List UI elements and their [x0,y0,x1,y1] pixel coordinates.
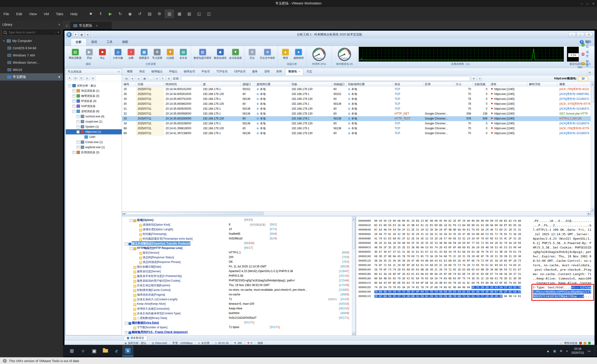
taskbar-file-explorer[interactable] [100,345,111,356]
snapshot-take-icon[interactable]: ◉ [126,10,134,18]
play-icon[interactable]: ▶ [106,10,115,18]
decode-row[interactable]: −选项[Option][56/10] [122,218,352,223]
tab-数据包[interactable]: 数据包× [285,68,303,75]
ribbon-tab-系统[interactable]: 系统 [86,39,102,46]
node-item[interactable]: +IP浏览器 (4) [66,98,122,103]
tab-IP会话[interactable]: IP会话 [198,68,213,75]
column-header-实际负载[interactable]: 实际负载 [473,82,489,87]
decode-row[interactable]: 管理持久连接[Connection]Keep-Alive[462/10] [122,307,352,311]
expander-icon[interactable]: + [72,95,75,97]
tab-UDP会话[interactable]: UDP会话 [231,68,249,75]
taskbar-task-view[interactable]: ▣ [89,345,100,356]
taskbar-clock[interactable]: 20:16 2025/7/11 [571,347,584,355]
expander-icon[interactable]: − [125,322,128,325]
node-item[interactable]: +协议浏览器 (1) [66,88,122,93]
ribbon-button-objects[interactable]: ◎分析对象 [112,48,124,60]
packet-row[interactable]: 302025/07/1120:14:35.850862000192.168.17… [122,102,591,106]
show-desktop-button[interactable] [594,345,596,356]
expander-icon[interactable]: + [72,105,75,108]
ribbon-button-stop[interactable]: ■停止 [96,48,109,60]
decode-row[interactable]: 服务器信息[Server]Apache/2.4.23 (Win32) OpenS… [122,269,352,274]
node-item[interactable]: +应用浏览器 (3) [66,150,122,155]
expander-icon[interactable]: + [77,125,79,128]
hex-row[interactable]: 00000020B3 01 00 50 E3 18 46 25 9B 01 01… [356,223,594,228]
close-icon[interactable]: ✕ [592,2,595,5]
packet-table-hscrollbar[interactable]: ◀ ▶ [122,211,591,215]
column-header-概要[interactable]: 概要 [558,82,591,87]
library-root-node[interactable]: ▼ My Computer [0,37,63,44]
expander-icon[interactable]: + [77,120,79,123]
tab-概要[interactable]: 概要 [124,68,136,75]
node-item[interactable]: 1340 [66,135,122,140]
expander-icon[interactable]: − [125,242,128,245]
node-item[interactable]: −进程浏览器 (6) [66,109,122,114]
library-search[interactable]: ▼ [2,29,61,35]
node-item[interactable]: +svchost.exe (4) [66,114,122,119]
hex-row[interactable]: 000000406C A3 48 54 54 50 2F 31 2E 31 20… [356,228,594,232]
expander-icon[interactable]: − [130,247,133,250]
menu-help[interactable]: Help [67,12,81,16]
column-header-进程[interactable]: 进程 [489,82,527,87]
ribbon-button-log[interactable]: ≣日志 [246,48,258,60]
menu-edit[interactable]: Edit [13,12,26,16]
expander-icon[interactable]: + [72,151,75,154]
decode-row[interactable]: 服务器开发软件信息[X-Powered-By]PHP/5.5.38[191/10… [122,274,352,279]
column-header-源地理位置[interactable]: 源地理位置 [255,82,290,87]
decode-scrollbar[interactable]: ▲ ▼ [352,217,356,335]
column-header-协议[interactable]: 协议 [393,82,423,87]
column-header-目标[interactable]: 目标 [290,82,332,87]
decode-row[interactable]: 实体主体的媒体类型[Content-Type]text/html[488/9] [122,311,352,316]
ribbon-button-threat-intel[interactable]: ●威胁情报 [292,48,305,60]
node-item[interactable]: +csupd.exe (1) [66,119,122,124]
packet-row[interactable]: 332025/07/1120:14:35.853283000192.168.17… [122,116,591,121]
ribbon-button-conversation-filter[interactable]: ▼会话筛选器 [228,48,243,60]
decode-row[interactable]: −超文本传输协议[Hypertext Transfer Protocol][66… [122,242,352,246]
settings-icon[interactable]: ≣ [90,76,95,80]
collapse-icon[interactable]: ⊟ [79,76,84,80]
close-icon[interactable]: ✕ [585,32,593,37]
menu-view[interactable]: View [26,12,40,16]
tab-日志[interactable]: 日志 [303,68,315,75]
hex-row[interactable]: 0000014074 6F 72 65 2C 20 6E 6F 2D 63 61… [356,263,594,267]
columns-icon[interactable]: ▦ [142,76,147,81]
expander-icon[interactable]: + [77,146,79,149]
expander-icon[interactable]: − [130,219,133,222]
expand-icon[interactable]: ⊞ [73,76,78,80]
search-minus-icon[interactable]: ⊖ [477,76,482,81]
library-vm-item[interactable]: Windows 7 x64 [0,52,63,59]
decode-row[interactable]: 状态码描述[Response Phrase]OK[79/2] [122,260,352,265]
cache-button-1[interactable]: ▲导出 [581,41,591,49]
library-search-input[interactable] [8,30,54,34]
hex-row[interactable]: 0000010068 3D 2F 0D 0A 45 78 70 69 72 65… [356,254,594,259]
ribbon-button-alarm[interactable]: ▲警报 [279,48,292,60]
unity-icon[interactable]: ◫ [204,10,213,18]
snapshot-manager-icon[interactable]: ▤ [145,10,154,18]
tab-进程[interactable]: 进程 [261,68,273,75]
stop-icon[interactable]: ■ [86,10,95,18]
ribbon-button-diagnosis[interactable]: +诊断 [125,48,137,60]
decode-row[interactable]: 版本[Version]HTTP/1.1[66/8] [122,251,352,255]
tab-物理端点[interactable]: 物理端点 [148,68,166,75]
close-tab-icon[interactable]: × [96,24,98,28]
column-header-应用[interactable]: 应用 [423,82,454,87]
expander-icon[interactable]: + [72,100,75,103]
library-vm-item[interactable]: Win10 [0,66,63,73]
decode-row[interactable]: 报文创建日期[Date]Fri, 11 Jul 2025 12:14:35 GM… [122,265,352,269]
close-tab-icon[interactable]: × [298,70,300,73]
chevron-down-icon[interactable]: ▼ [55,31,59,34]
expander-icon[interactable]: − [77,130,79,134]
options-icon[interactable]: ≣ [166,76,171,81]
search-plus-icon[interactable]: ⊕ [471,76,476,81]
settings-icon[interactable]: ≣ [85,32,90,37]
network-icon[interactable]: ≋ [560,349,563,353]
column-header-目标地理位置[interactable]: 目标地理位置 [346,82,393,87]
tab-服务[interactable]: 服务 [249,68,261,75]
volume-icon[interactable]: ◖ [566,349,568,353]
hex-row[interactable]: 000001A00D 0A 4B 65 65 70 2D 41 6C 69 76… [356,276,594,281]
ribbon-button-filter[interactable]: ▼过滤器 [164,48,177,60]
save-icon[interactable]: ▼ [73,32,78,37]
node-item[interactable]: +VoIP浏览器 [66,103,122,109]
packet-row[interactable]: 292025/07/1120:14:35.850751000192.168.17… [122,97,591,102]
home-icon[interactable]: ⌂ [66,23,68,28]
vmware-tools-icon[interactable]: ▣ [553,349,556,353]
